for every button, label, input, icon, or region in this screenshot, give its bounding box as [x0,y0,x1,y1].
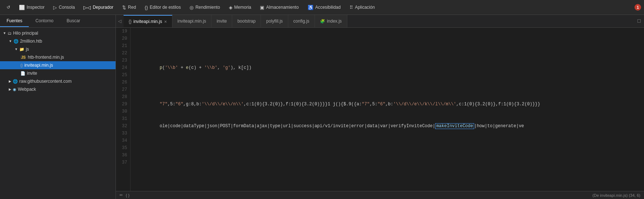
editor-estilos-icon: {} [145,5,148,10]
tree-label: 2million.htb [20,39,42,44]
code-content[interactable]: p('\\b' + e(c) + '\\b', 'g'), k[c]) "7",… [130,28,644,191]
tree-item-invite[interactable]: 📄 invite [0,69,116,77]
tab-contorno[interactable]: Contorno [29,15,60,27]
status-left-text: { } [126,193,129,198]
nav-memoria-label: Memoria [234,5,251,10]
nav-aplicacion[interactable]: ⠿ Aplicación [346,3,379,12]
tab-label: config.js [293,19,309,24]
tree-label: js [26,47,29,52]
tab-label: inviteapi.min.js [133,19,162,24]
tab-buscar[interactable]: Buscar [60,15,87,27]
globe-icon: 🌐 [13,39,19,44]
folder-icon: 📁 [19,47,24,52]
nav-depurador-label: Depurador [93,5,113,10]
tab-label: bootstrap [237,19,255,24]
tree-item-raw-github[interactable]: ▶ 🌐 raw.githubusercontent.com [0,77,116,85]
inspector-icon: ⬜ [19,5,25,10]
top-nav: ↺ ⬜ Inspector ▷ Consola ▷◁ Depurador ⇅ R… [0,0,644,15]
tree-item-hilo-principal[interactable]: ▼ 🗂 Hilo principal [0,29,116,37]
code-line-35 [133,144,641,152]
file-icon: 📄 [20,71,26,76]
nav-rendimiento[interactable]: ◎ Rendimiento [186,3,223,12]
tab-close-button[interactable]: ✕ [164,20,167,24]
editor-tab-config[interactable]: config.js [288,15,315,28]
js-file-icon: JS [20,55,26,59]
nav-red[interactable]: ⇅ Red [118,3,140,12]
left-panel: Fuentes Contorno Buscar ▼ 🗂 Hilo princip… [0,15,116,199]
editor-tab-inviteapi-active[interactable]: {} inviteapi.min.js ✕ [124,15,172,28]
code-line-34 [133,137,641,144]
rendimiento-icon: ◎ [190,5,194,10]
almacenamiento-icon: ▣ [260,5,264,10]
tree-item-js[interactable]: ▼ 📁 js [0,45,116,53]
code-line-37 [133,159,641,166]
chevron-down-icon: ▼ [9,39,12,43]
consola-icon: ▷ [53,5,57,10]
code-line-20 [133,35,641,42]
nav-consola[interactable]: ▷ Consola [50,3,78,12]
tree-item-2million[interactable]: ▼ 🌐 2million.htb [0,37,116,45]
code-line-28: "7",5:"6",g:8,b:'\\/d\\/e\\/n\\',c:1(0){… [133,93,641,101]
tree-label: raw.githubusercontent.com [19,79,71,84]
code-line-19 [133,28,641,35]
status-right-text: (De inviteapi.min.js) (34, 6) [593,193,640,198]
code-line-25 [133,71,641,79]
code-line-30 [133,108,641,115]
tree-label: Hilo principal [13,31,38,36]
status-right: (De inviteapi.min.js) (34, 6) [593,193,640,198]
tree-label: Webpack [18,87,36,92]
file-tree: ▼ 🗂 Hilo principal ▼ 🌐 2million.htb ▼ 📁 … [0,28,116,199]
chevron-right-icon: ▶ [9,79,11,83]
tab-label: inviteapi.min.js [177,19,206,24]
nav-inspector[interactable]: ⬜ Inspector [15,3,48,12]
nav-depurador[interactable]: ▷◁ Depurador [80,3,117,12]
tree-item-inviteapi[interactable]: {} inviteapi.min.js [0,61,116,69]
red-icon: ⇅ [122,5,126,10]
status-bar: ✏ { } (De inviteapi.min.js) (34, 6) [116,191,644,199]
aplicacion-icon: ⠿ [350,5,353,10]
code-line-23: p('\\b' + e(c) + '\\b', 'g'), k[c]) [133,57,641,64]
editor-tab-polyfill[interactable]: polyfill.js [261,15,288,28]
nav-accesibilidad[interactable]: ♿ Accesibilidad [304,3,344,12]
status-left: ✏ { } [120,193,129,198]
code-line-22 [133,50,641,57]
nav-consola-label: Consola [59,5,75,10]
nav-editor-estilos-label: Editor de estilos [150,5,181,10]
tab-fuentes[interactable]: Fuentes [0,15,29,27]
code-line-33 [133,130,641,137]
tab-label: index.js [327,19,342,24]
editor-tab-inviteapi-2[interactable]: inviteapi.min.js [172,15,212,28]
tab-expand-right[interactable]: ☐ [634,15,644,28]
editor-tab-index[interactable]: 🧩 index.js [315,15,347,28]
tab-label: polyfill.js [266,19,282,24]
chevron-down-icon: ▼ [15,47,18,51]
edit-icon: ✏ [120,193,123,198]
editor-tab-bootstrap[interactable]: bootstrap [232,15,261,28]
editor-tab-invite[interactable]: invite [211,15,232,28]
error-badge[interactable]: 1 [635,4,641,11]
nav-inspector-label: Inspector [27,5,44,10]
chevron-right-icon: ▶ [9,87,11,91]
code-line-31: ole|code|dataType|json|POST|formData|aja… [133,115,641,122]
code-line-21 [133,42,641,50]
nav-editor-estilos[interactable]: {} Editor de estilos [141,3,184,12]
sub-nav: Fuentes Contorno Buscar [0,15,116,28]
nav-almacenamiento[interactable]: ▣ Almacenamiento [256,3,302,12]
code-line-26 [133,79,641,86]
tab-expand-left[interactable]: ◁ [116,15,124,28]
chevron-down-icon: ▼ [3,31,6,35]
nav-reload[interactable]: ↺ [3,3,14,11]
code-line-36 [133,152,641,159]
tree-item-htb-frontend[interactable]: JS htb-frontend.min.js [0,53,116,61]
reload-icon: ↺ [7,5,10,10]
tree-item-webpack[interactable]: ▶ ◉ Webpack [0,85,116,93]
tab-js-obj-icon: {} [129,19,132,24]
editor-tabs: ◁ {} inviteapi.min.js ✕ inviteapi.min.js… [116,15,644,28]
nav-memoria[interactable]: ◈ Memoria [225,3,255,12]
code-line-27 [133,86,641,93]
tree-label: invite [27,71,37,76]
tab-label: invite [216,19,227,24]
main-container: Fuentes Contorno Buscar ▼ 🗂 Hilo princip… [0,15,644,199]
tree-label: htb-frontend.min.js [28,55,64,60]
highlight-makeInviteCode: makeInviteCode [435,123,474,129]
